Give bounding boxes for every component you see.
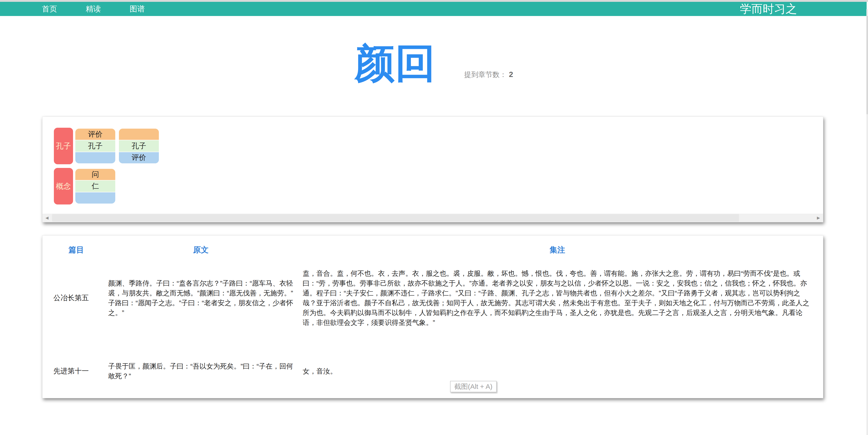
- title-row: 颜回 提到章节数：2: [0, 34, 868, 92]
- table-row: 先进第十一 子畏于匡，颜渊后。子曰：“吾以女为死矣。”曰：“子在，回何敢死？” …: [54, 361, 812, 381]
- tag-cards: 评价 孔子 孔子 评价: [75, 128, 159, 163]
- table-header-row: 篇目 原文 集注: [54, 245, 812, 255]
- navbar: 首页 精读 图谱 学而时习之: [0, 2, 867, 16]
- cell-chapter: 公冶长第五: [54, 293, 99, 303]
- cell-annotation: 盍，音合。盍，何不也。衣，去声。衣，服之也。裘，皮服。敝，坏也。憾，恨也。伐，夸…: [303, 268, 812, 327]
- tag-group-label[interactable]: 概念: [54, 168, 73, 204]
- top-strip: [0, 0, 868, 2]
- vertical-scrollbar-thumb[interactable]: [866, 16, 868, 114]
- tag-card-middle-section[interactable]: 仁: [75, 180, 115, 192]
- mention-count-label: 提到章节数：: [464, 70, 507, 79]
- tag-card[interactable]: 评价 孔子: [75, 128, 115, 163]
- nav-item-graph[interactable]: 图谱: [130, 4, 145, 14]
- tag-group-gainian: 概念 问 仁: [54, 168, 823, 204]
- scroll-left-arrow-icon[interactable]: ◄: [42, 213, 52, 222]
- mention-count: 提到章节数：2: [464, 70, 513, 80]
- tag-group-label[interactable]: 孔子: [54, 128, 73, 164]
- mention-count-value: 2: [509, 70, 513, 79]
- tag-cards: 问 仁: [75, 169, 115, 204]
- tag-card-middle-section[interactable]: 孔子: [119, 140, 159, 151]
- tag-graph-panel: 孔子 评价 孔子 孔子 评价 概念 问 仁: [42, 117, 823, 222]
- tag-card-top-section[interactable]: 问: [75, 169, 115, 180]
- table-row: 公冶长第五 颜渊、季路侍。子曰：“盍各言尔志？”子路曰：“愿车马、衣轻裘，与朋友…: [54, 268, 812, 327]
- tag-card-bottom-section[interactable]: 评价: [119, 152, 159, 163]
- tag-group-kongzi: 孔子 评价 孔子 孔子 评价: [54, 128, 823, 164]
- cell-original: 颜渊、季路侍。子曰：“盍各言尔志？”子路曰：“愿车马、衣轻裘，与朋友共。敝之而无…: [108, 278, 293, 318]
- tag-card[interactable]: 孔子 评价: [119, 128, 159, 163]
- screenshot-button[interactable]: 截图(Alt + A): [450, 381, 497, 392]
- column-header-chapter: 篇目: [54, 245, 99, 255]
- tag-card-bottom-section[interactable]: [75, 192, 115, 204]
- cell-chapter: 先进第十一: [54, 366, 99, 376]
- tag-card-top-section[interactable]: 评价: [75, 128, 115, 140]
- page-title: 颜回: [355, 34, 436, 92]
- tag-card[interactable]: 问 仁: [75, 169, 115, 204]
- cell-original: 子畏于匡，颜渊后。子曰：“吾以女为死矣。”曰：“子在，回何敢死？”: [108, 361, 293, 381]
- cell-annotation: 女，音汝。: [303, 366, 812, 376]
- tag-card-top-section[interactable]: [119, 128, 159, 140]
- nav-item-home[interactable]: 首页: [42, 4, 57, 14]
- horizontal-scrollbar-thumb[interactable]: [52, 214, 739, 222]
- scroll-right-arrow-icon[interactable]: ►: [814, 213, 823, 222]
- vertical-scrollbar[interactable]: [866, 9, 868, 435]
- tag-groups: 孔子 评价 孔子 孔子 评价 概念 问 仁: [42, 117, 823, 204]
- chapters-table: 篇目 原文 集注 公冶长第五 颜渊、季路侍。子曰：“盍各言尔志？”子路曰：“愿车…: [42, 236, 823, 381]
- chapters-table-panel: 篇目 原文 集注 公冶长第五 颜渊、季路侍。子曰：“盍各言尔志？”子路曰：“愿车…: [42, 235, 823, 398]
- nav-item-reading[interactable]: 精读: [86, 4, 101, 14]
- column-header-original: 原文: [108, 245, 293, 255]
- column-header-annotation: 集注: [303, 245, 812, 255]
- tag-card-bottom-section[interactable]: [75, 152, 115, 163]
- horizontal-scrollbar[interactable]: ◄ ►: [42, 213, 823, 222]
- brand-title: 学而时习之: [740, 1, 797, 17]
- tag-card-middle-section[interactable]: 孔子: [75, 140, 115, 151]
